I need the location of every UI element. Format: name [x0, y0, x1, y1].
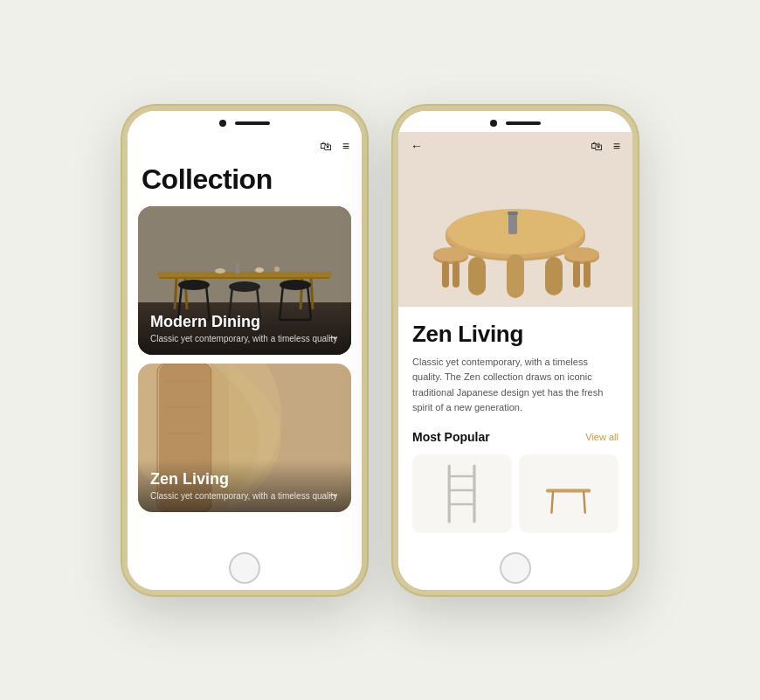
view-all-button[interactable]: View all [585, 432, 618, 442]
svg-point-24 [274, 267, 280, 272]
phone-2-bottom [398, 546, 632, 590]
svg-rect-51 [434, 462, 490, 525]
dining-card-title: Modern Dining [150, 313, 339, 331]
menu-icon[interactable]: ≡ [342, 139, 349, 153]
phone-2: ← 🛍 ≡ [393, 106, 638, 595]
phone-1-toolbar: 🛍 ≡ [128, 132, 362, 156]
svg-point-9 [178, 280, 210, 290]
phone-2-toolbar: ← 🛍 ≡ [398, 132, 632, 156]
detail-title: Zen Living [412, 321, 618, 348]
svg-rect-40 [507, 254, 524, 298]
svg-point-21 [215, 268, 225, 274]
detail-desc: Classic yet contemporary, with a timeles… [412, 355, 618, 416]
phone-1-speaker [235, 121, 270, 125]
cart-icon[interactable]: 🛍 [320, 139, 332, 153]
svg-rect-43 [442, 261, 449, 288]
svg-point-42 [433, 247, 468, 261]
detail-content: Zen Living Classic yet contemporary, wit… [398, 307, 632, 546]
svg-rect-4 [157, 272, 332, 277]
svg-point-46 [564, 247, 599, 261]
product-grid [412, 454, 618, 533]
phone-2-top [398, 111, 632, 132]
zen-card-title: Zen Living [150, 470, 339, 489]
phones-container: 🛍 ≡ Collection [96, 80, 664, 621]
svg-rect-48 [584, 261, 591, 288]
dining-card-subtitle: Classic yet contemporary, with a timeles… [150, 333, 339, 344]
phone-2-screen: ← 🛍 ≡ [398, 132, 632, 546]
page-title: Collection [128, 156, 362, 206]
zen-card-overlay: Zen Living Classic yet contemporary, wit… [138, 460, 351, 512]
zen-card-arrow[interactable]: → [327, 488, 339, 502]
most-popular-title: Most Popular [412, 430, 490, 444]
zen-card-subtitle: Classic yet contemporary, with a timeles… [150, 490, 339, 502]
phone-2-speaker [506, 121, 541, 125]
svg-line-60 [584, 492, 586, 512]
phone-2-camera [490, 120, 497, 127]
svg-rect-39 [545, 257, 563, 295]
collection-cards: Modern Dining Classic yet contemporary, … [128, 206, 362, 546]
detail-hero: ← 🛍 ≡ [398, 132, 632, 307]
product-card-2[interactable] [519, 454, 618, 533]
cart-icon-2[interactable]: 🛍 [591, 139, 603, 153]
svg-rect-38 [468, 257, 486, 295]
zen-living-card[interactable]: Zen Living Classic yet contemporary, wit… [138, 364, 351, 512]
phone-1-camera [219, 120, 226, 127]
product-card-1[interactable] [412, 454, 512, 533]
svg-point-13 [229, 281, 260, 292]
phone-1: 🛍 ≡ Collection [122, 106, 367, 595]
svg-rect-50 [508, 211, 518, 215]
modern-dining-card[interactable]: Modern Dining Classic yet contemporary, … [138, 206, 351, 355]
phone-1-screen: 🛍 ≡ Collection [128, 132, 362, 546]
svg-rect-22 [236, 263, 239, 274]
dining-card-overlay: Modern Dining Classic yet contemporary, … [138, 302, 351, 355]
back-icon[interactable]: ← [411, 139, 423, 153]
svg-rect-44 [453, 261, 459, 288]
svg-line-59 [552, 492, 554, 512]
phone-1-bottom [128, 546, 362, 590]
svg-point-17 [280, 280, 311, 290]
svg-rect-57 [541, 462, 597, 525]
svg-rect-49 [508, 213, 517, 234]
phone-1-home-button[interactable] [229, 552, 260, 584]
dining-card-arrow[interactable]: → [327, 330, 339, 344]
toolbar-right: 🛍 ≡ [591, 139, 620, 153]
phone-2-home-button[interactable] [500, 552, 531, 584]
svg-point-23 [255, 267, 264, 273]
menu-icon-2[interactable]: ≡ [613, 139, 620, 153]
svg-rect-47 [573, 261, 580, 288]
phone-1-top [128, 111, 362, 132]
most-popular-header: Most Popular View all [412, 430, 618, 444]
